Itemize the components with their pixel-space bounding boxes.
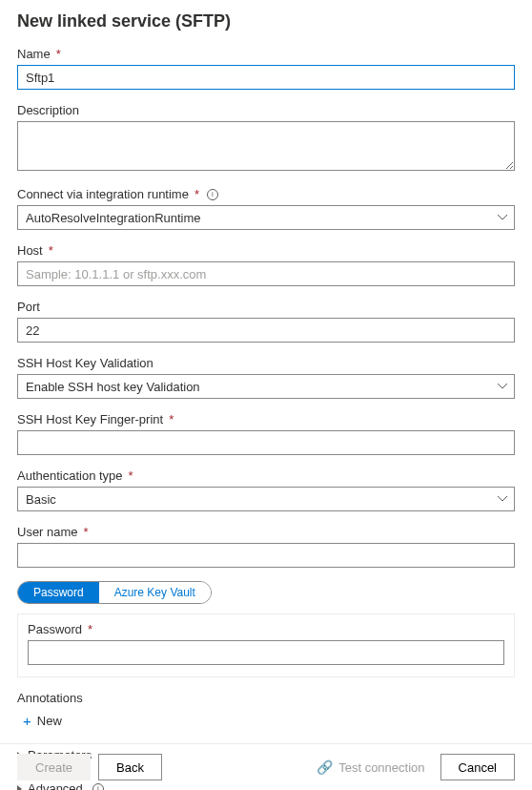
runtime-select[interactable]: AutoResolveIntegrationRuntime (17, 205, 515, 230)
host-field-group: Host * (17, 243, 515, 286)
required-asterisk: * (194, 187, 199, 201)
test-connection-button[interactable]: 🔗 Test connection (309, 759, 432, 775)
auth-type-field-group: Authentication type * Basic (17, 468, 515, 511)
ssh-fingerprint-input[interactable] (17, 430, 515, 455)
required-asterisk: * (88, 622, 92, 636)
back-button[interactable]: Back (98, 754, 162, 780)
required-asterisk: * (49, 243, 53, 258)
tab-password[interactable]: Password (18, 582, 99, 603)
runtime-label-text: Connect via integration runtime (17, 187, 189, 201)
create-button[interactable]: Create (17, 754, 91, 780)
password-box: Password * (17, 613, 515, 677)
required-asterisk: * (56, 47, 61, 61)
ssh-fingerprint-label-text: SSH Host Key Finger-print (17, 412, 163, 426)
host-input[interactable] (17, 261, 515, 286)
auth-type-label: Authentication type * (17, 468, 515, 483)
required-asterisk: * (129, 468, 133, 483)
port-input[interactable] (17, 318, 515, 343)
host-label-text: Host (17, 243, 43, 258)
plus-icon: + (23, 713, 31, 729)
password-label: Password * (28, 622, 504, 636)
runtime-label: Connect via integration runtime * i (17, 187, 515, 201)
ssh-validation-label: SSH Host Key Validation (17, 356, 515, 370)
required-asterisk: * (169, 412, 174, 426)
ssh-validation-field-group: SSH Host Key Validation Enable SSH host … (17, 356, 515, 399)
ssh-fingerprint-field-group: SSH Host Key Finger-print * (17, 412, 515, 455)
annotations-label: Annotations (17, 691, 515, 705)
ssh-validation-select[interactable]: Enable SSH host key Validation (17, 374, 515, 399)
host-label: Host * (17, 243, 515, 258)
footer: Create Back 🔗 Test connection Cancel (0, 743, 532, 790)
port-field-group: Port (17, 300, 515, 343)
password-input[interactable] (28, 640, 504, 665)
panel-title: New linked service (SFTP) (17, 11, 515, 31)
description-input[interactable] (17, 121, 515, 171)
add-annotation-label: New (37, 714, 62, 728)
name-label-text: Name (17, 47, 51, 61)
port-label: Port (17, 300, 515, 314)
info-icon[interactable]: i (207, 189, 218, 200)
name-input[interactable] (17, 65, 515, 90)
password-label-text: Password (28, 622, 82, 636)
runtime-field-group: Connect via integration runtime * i Auto… (17, 187, 515, 230)
description-label: Description (17, 103, 515, 117)
username-label: User name * (17, 525, 515, 539)
name-label: Name * (17, 47, 515, 61)
tab-azure-key-vault[interactable]: Azure Key Vault (99, 582, 211, 603)
auth-type-label-text: Authentication type (17, 468, 123, 483)
name-field-group: Name * (17, 47, 515, 90)
auth-type-select[interactable]: Basic (17, 487, 515, 511)
connection-icon: 🔗 (317, 759, 333, 775)
description-field-group: Description (17, 103, 515, 174)
username-label-text: User name (17, 525, 78, 539)
username-field-group: User name * (17, 525, 515, 568)
cancel-button[interactable]: Cancel (440, 754, 515, 780)
ssh-fingerprint-label: SSH Host Key Finger-print * (17, 412, 515, 426)
credential-source-toggle: Password Azure Key Vault (17, 581, 212, 604)
test-connection-label: Test connection (338, 760, 424, 775)
required-asterisk: * (84, 525, 89, 539)
username-input[interactable] (17, 543, 515, 568)
add-annotation-button[interactable]: + New (17, 711, 66, 731)
